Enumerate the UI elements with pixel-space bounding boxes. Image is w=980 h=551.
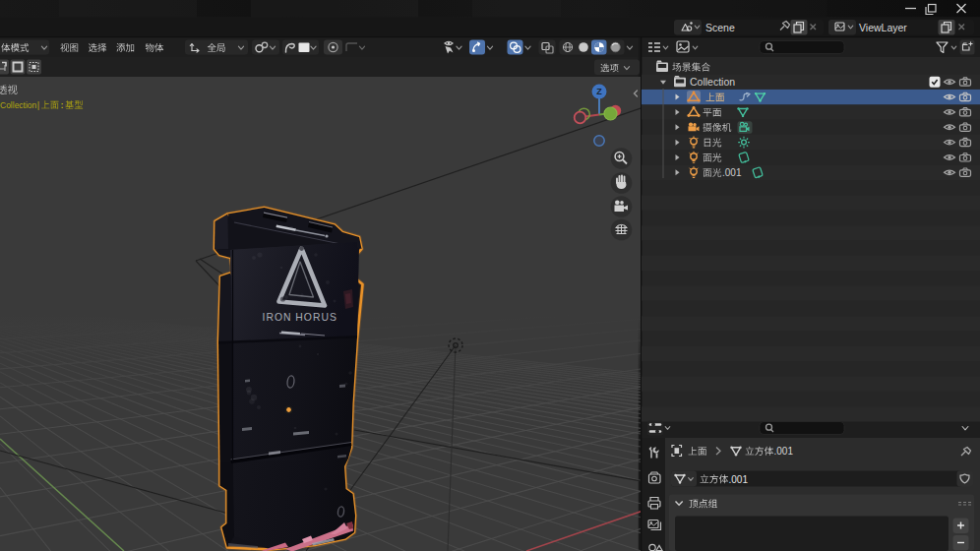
svg-text:ViewLayer: ViewLayer xyxy=(859,22,907,33)
svg-text:Z: Z xyxy=(596,87,602,96)
svg-text:.001: .001 xyxy=(729,474,749,485)
svg-text:Collection: Collection xyxy=(690,76,735,88)
svg-text:|: | xyxy=(37,99,39,110)
svg-text::: : xyxy=(61,99,64,110)
svg-text:.001: .001 xyxy=(722,167,742,178)
svg-text:Collection: Collection xyxy=(0,100,37,110)
svg-text:.001: .001 xyxy=(774,446,794,457)
svg-text:IRON HORUS: IRON HORUS xyxy=(263,312,337,323)
svg-text:Scene: Scene xyxy=(705,22,735,33)
